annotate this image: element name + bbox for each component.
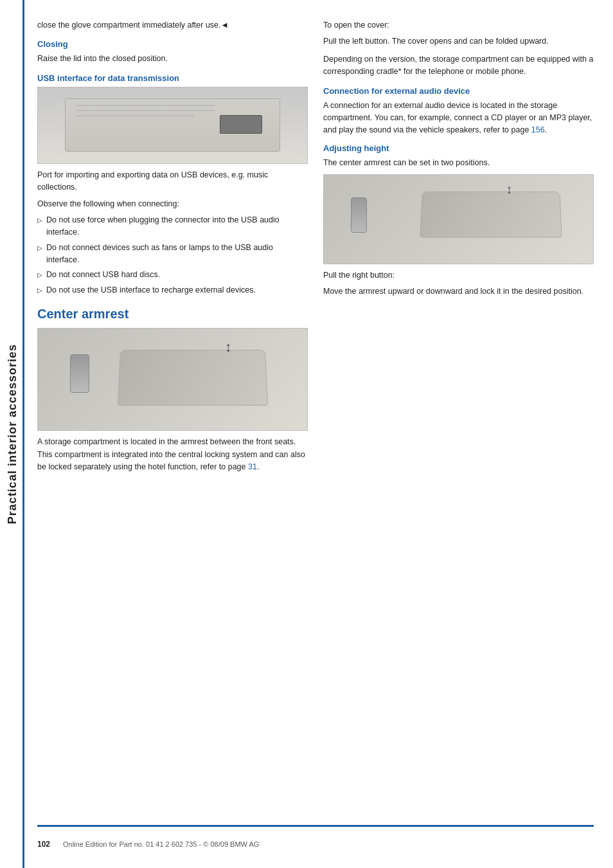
footer-text: Online Edition for Part no. 01 41 2 602 … xyxy=(63,840,259,848)
armrest-desc: A storage compartment is located in the … xyxy=(37,436,308,473)
bullet-item-1: Do not use force when plugging the conne… xyxy=(37,214,308,239)
center-armrest-heading: Center armrest xyxy=(37,307,308,321)
two-col-top: close the glove compartment immediately … xyxy=(37,19,594,477)
armrest-arrow-up: ↕ xyxy=(225,339,232,356)
usb-line-c xyxy=(76,115,194,116)
pull-right-label: Pull the right button: xyxy=(323,269,594,282)
armrest-arrow-right: ↕ xyxy=(506,182,512,197)
armrest-inner-left: ↕ xyxy=(38,329,307,430)
adjusting-heading: Adjusting height xyxy=(323,143,594,153)
armrest-image-right: ↕ xyxy=(323,174,594,264)
usb-inner-graphic xyxy=(38,87,307,163)
footer: 102 Online Edition for Part no. 01 41 2 … xyxy=(37,825,594,849)
connection-text: A connection for an external audio devic… xyxy=(323,100,594,137)
sidebar: Practical interior accessories xyxy=(0,0,24,868)
page-number: 102 xyxy=(37,840,57,849)
open-cover-label: To open the cover: xyxy=(323,19,594,32)
sidebar-bar xyxy=(22,0,24,868)
usb-image xyxy=(37,87,308,164)
closing-text: Raise the lid into the closed position. xyxy=(37,53,308,65)
usb-desc: Port for importing and exporting data on… xyxy=(37,169,308,194)
usb-port xyxy=(220,115,263,134)
usb-line-a xyxy=(76,105,216,106)
adjusting-text: The center armrest can be set in two pos… xyxy=(323,157,594,169)
gear-shape-right xyxy=(351,197,367,233)
content-area: close the glove compartment immediately … xyxy=(24,0,613,868)
bullet-list: Do not use force when plugging the conne… xyxy=(37,214,308,296)
armrest-body-shape xyxy=(117,350,268,406)
usb-panel xyxy=(65,98,280,152)
sidebar-label: Practical interior accessories xyxy=(6,344,19,524)
armrest-inner-right: ↕ xyxy=(324,175,593,264)
usb-heading: USB interface for data transmission xyxy=(37,73,308,83)
usb-observe: Observe the following when connecting: xyxy=(37,198,308,210)
intro-text: close the glove compartment immediately … xyxy=(37,19,308,32)
armrest-image-left: ↕ xyxy=(37,328,308,431)
closing-heading: Closing xyxy=(37,39,308,49)
gear-shape xyxy=(70,354,89,393)
bullet-item-2: Do not connect devices such as fans or l… xyxy=(37,242,308,267)
connection-page-ref-link[interactable]: 156 xyxy=(531,125,545,134)
armrest-page-ref-link[interactable]: 31 xyxy=(248,462,257,471)
open-cover-text: Pull the left button. The cover opens an… xyxy=(323,35,594,48)
bullet-item-4: Do not use the USB interface to recharge… xyxy=(37,284,308,296)
connection-heading: Connection for external audio device xyxy=(323,86,594,96)
right-column: To open the cover: Pull the left button.… xyxy=(323,19,594,477)
armrest-body-right xyxy=(420,192,562,237)
version-text: Depending on the version, the storage co… xyxy=(323,53,594,78)
bullet-item-3: Do not connect USB hard discs. xyxy=(37,269,308,281)
left-column: close the glove compartment immediately … xyxy=(37,19,308,477)
pull-right-text: Move the armrest upward or downward and … xyxy=(323,285,594,298)
page-wrapper: Practical interior accessories close the… xyxy=(0,0,613,868)
usb-line-b xyxy=(76,110,216,111)
full-content: close the glove compartment immediately … xyxy=(37,19,594,849)
